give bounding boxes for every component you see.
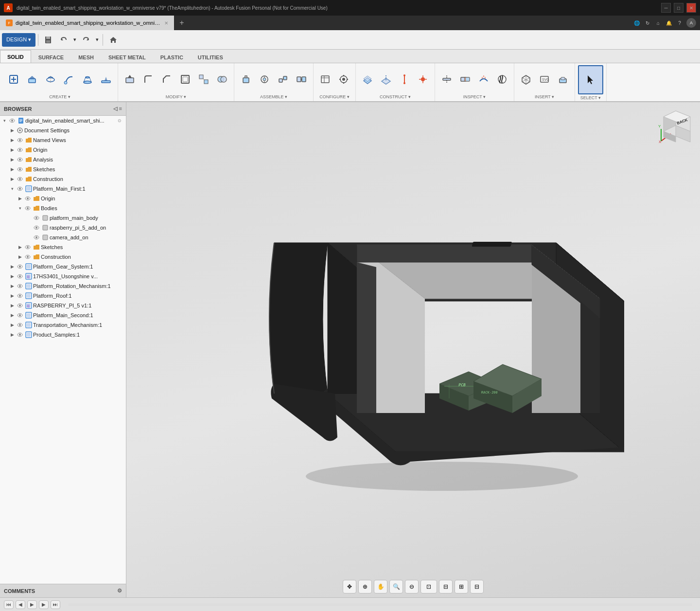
viewport-grid-icon[interactable]: ⊞ [455,580,468,593]
gear-arrow[interactable]: ▶ [9,263,16,270]
save-button[interactable] [41,33,55,47]
rpi2-eye-icon[interactable] [16,302,24,309]
account-icon[interactable]: A [686,18,696,28]
manage-configurations-tool[interactable] [335,72,352,87]
analysis-eye-icon[interactable] [16,156,24,163]
doc-settings-arrow[interactable]: ▶ [9,127,16,134]
root-arrow[interactable]: ▾ [1,117,8,124]
tab-surface[interactable]: SURFACE [31,51,71,63]
new-tab-button[interactable]: + [175,16,189,30]
trans-arrow[interactable]: ▶ [9,322,16,328]
cam-eye-icon[interactable] [33,234,40,241]
timeline-first-button[interactable]: ⏮ [4,600,14,609]
timeline-bar[interactable] [68,603,692,606]
tree-item-root[interactable]: ▾ digital_twin_enabled_smart_shi... ⊙ [0,116,126,126]
named-views-eye-icon[interactable] [16,136,24,144]
root-extra-icon[interactable]: ⊙ [116,117,123,125]
tree-item-sketches[interactable]: ▶ Sketches [0,164,126,174]
tree-item-platform-main-first[interactable]: ▾ Platform_Main_First:1 [0,184,126,194]
roof-arrow[interactable]: ▶ [9,292,16,299]
parameters-tool[interactable] [316,72,334,87]
timeline-play-button[interactable]: ▶ [27,600,37,609]
pmf-origin-eye-icon[interactable] [24,195,32,202]
motor-eye-icon[interactable] [16,272,24,280]
tree-item-pmf-sketches[interactable]: ▶ Sketches [0,242,126,252]
chamfer-tool[interactable] [158,72,175,87]
timeline-last-button[interactable]: ⏭ [51,600,60,609]
redo-button[interactable] [79,33,93,47]
pmf-sketches-eye-icon[interactable] [24,243,32,251]
tree-item-analysis[interactable]: ▶ Analysis [0,155,126,164]
select-tool[interactable] [578,65,603,94]
tree-item-pmf-origin[interactable]: ▶ Origin [0,194,126,203]
viewport-fit-icon[interactable]: ⊡ [420,580,437,593]
viewport[interactable]: PCB RACK-200 X [126,102,700,597]
joint-tool[interactable] [256,72,273,87]
tree-item-doc-settings[interactable]: ▶ Document Settings [0,126,126,135]
rpi2-arrow[interactable]: ▶ [9,302,16,309]
create-label[interactable]: CREATE ▾ [49,94,70,99]
tree-item-named-views[interactable]: ▶ Named Views [0,135,126,145]
viewport-layout-icon[interactable]: ⊟ [470,580,484,593]
combine-tool[interactable] [213,72,231,87]
pmf-construction-eye-icon[interactable] [24,253,32,261]
create-new-body-tool[interactable] [5,72,22,87]
sketches-arrow[interactable]: ▶ [9,166,16,173]
tree-item-rotation-mech[interactable]: ▶ Platform_Rotation_Mechanism:1 [0,281,126,291]
bodies-arrow[interactable]: ▾ [17,205,23,212]
pmf-construction-arrow[interactable]: ▶ [17,253,23,260]
undo-dropdown-button[interactable]: ▾ [72,33,78,47]
extrude-tool[interactable] [23,72,41,87]
pmb-eye-icon[interactable] [33,214,40,222]
viewport-zoom-in-icon[interactable]: 🔍 [389,580,403,593]
tree-item-pmf-construction[interactable]: ▶ Construction [0,252,126,262]
home-workspace-button[interactable] [105,33,121,47]
rib-tool[interactable] [97,72,115,87]
sweep-tool[interactable] [60,72,78,87]
tab-mesh[interactable]: MESH [71,51,101,63]
as-built-joint-tool[interactable] [274,72,292,87]
browser-settings-icon[interactable]: ≡ [119,106,122,112]
insert-label[interactable]: INSERT ▾ [535,94,554,99]
construct-label[interactable]: CONSTRUCT ▾ [380,94,411,99]
insert-mesh-tool[interactable] [517,72,535,87]
tree-item-platform-roof[interactable]: ▶ Platform_Roof:1 [0,291,126,301]
analysis-arrow[interactable]: ▶ [9,156,16,163]
pms-eye-icon[interactable] [16,311,24,319]
viewport-cursor-icon[interactable]: ⊕ [358,580,372,593]
browser-expand-icon[interactable]: ◁ [113,106,117,112]
pmf-sketches-arrow[interactable]: ▶ [17,244,23,251]
comments-settings-button[interactable]: ⚙ [117,588,122,594]
close-button[interactable]: ✕ [686,3,696,13]
origin-eye-icon[interactable] [16,146,24,154]
viewport-display-mode-icon[interactable]: ⊟ [439,580,453,593]
tree-item-motor[interactable]: ▶ ⛓ 17HS3401_Usongshine v... [0,271,126,281]
offset-plane-tool[interactable] [359,72,376,87]
tree-item-product-samples[interactable]: ▶ Product_Samples:1 [0,330,126,340]
point-tool[interactable] [414,72,432,87]
scale-tool[interactable] [195,72,212,87]
pmf-arrow[interactable]: ▾ [9,185,16,192]
tree-item-construction[interactable]: ▶ Construction [0,174,126,184]
viewport-pan-icon[interactable]: ✋ [374,580,387,593]
main-tab[interactable]: F digital_twin_enabled_smart_shipping_wo… [0,16,175,30]
redo-dropdown-button[interactable]: ▾ [94,33,100,47]
tab-plastic[interactable]: PLASTIC [153,51,191,63]
tree-item-raspberry-add-on[interactable]: ▶ raspberry_pi_5_add_on [0,223,126,233]
decal-tool[interactable] [554,72,572,87]
timeline-next-button[interactable]: ▶ [39,600,49,609]
tree-item-raspberry-pi[interactable]: ▶ ⛓ RASPBERRY_PI_5 v1:1 [0,301,126,310]
viewport-move-icon[interactable]: ✥ [343,580,356,593]
tree-item-platform-gear[interactable]: ▶ Platform_Gear_System:1 [0,262,126,271]
tree-item-origin[interactable]: ▶ Origin [0,145,126,155]
bodies-eye-icon[interactable] [24,204,32,212]
tree-item-transportation[interactable]: ▶ Transportation_Mechanism:1 [0,320,126,330]
tab-solid[interactable]: SOLID [0,50,31,63]
measure-tool[interactable] [438,72,455,87]
prod-eye-icon[interactable] [16,331,24,339]
root-eye-icon[interactable] [8,117,16,125]
interference-tool[interactable] [456,72,474,87]
modify-label[interactable]: MODIFY ▾ [166,94,186,99]
rpi-eye-icon[interactable] [33,224,40,232]
trans-eye-icon[interactable] [16,321,24,329]
